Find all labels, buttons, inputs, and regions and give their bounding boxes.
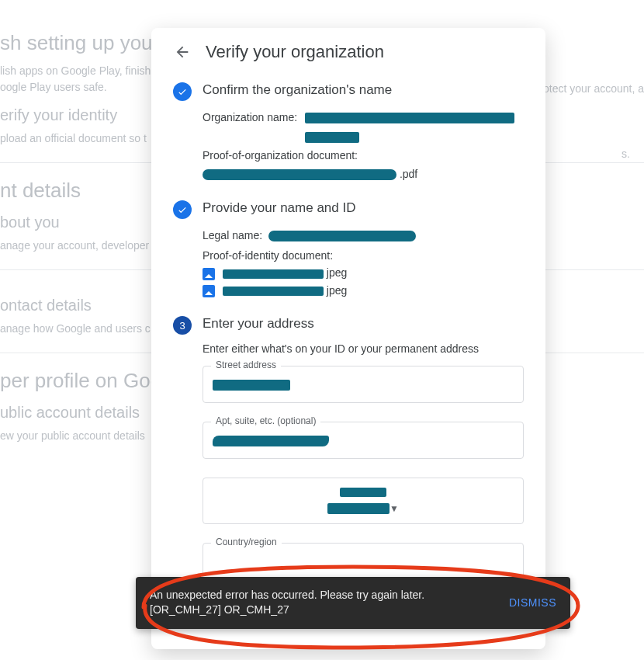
snackbar-message: An unexpected error has occurred. Please…: [150, 588, 424, 618]
region-value-line1: [340, 488, 386, 497]
file-ext: .pdf: [400, 168, 417, 180]
address-helper-text: Enter either what's on your ID or your p…: [203, 342, 524, 355]
dialog-title: Verify your organization: [206, 42, 384, 62]
step-address: 3 Enter your address Enter either what's…: [173, 316, 524, 580]
region-value-line2: [327, 503, 390, 514]
step-done-icon: [173, 82, 192, 101]
dismiss-button[interactable]: DISMISS: [509, 596, 556, 609]
step-name-id: Provide your name and ID Legal name: Pro…: [173, 200, 524, 300]
proof-id-file-1: jpeg: [203, 264, 524, 281]
snackbar-line2: [OR_CMH_27] OR_CMH_27: [150, 603, 424, 618]
image-file-icon: [203, 268, 215, 280]
country-field[interactable]: Country/region: [203, 543, 524, 580]
step-confirm-org: Confirm the organization's name Organiza…: [173, 82, 524, 183]
country-label: Country/region: [211, 537, 282, 547]
bg-text: s.: [621, 146, 630, 162]
file-ext: jpeg: [327, 284, 347, 297]
snackbar-line1: An unexpected error has occurred. Please…: [150, 588, 424, 603]
chevron-down-icon: ▼: [390, 503, 399, 514]
verify-organization-dialog: Verify your organization Confirm the org…: [151, 28, 545, 649]
bg-text: otect your account, a: [543, 81, 644, 97]
proof-id-label: Proof-of-identity document:: [203, 247, 524, 264]
dialog-header: Verify your organization: [173, 42, 524, 62]
apt-field[interactable]: Apt, suite, etc. (optional): [203, 422, 524, 459]
back-arrow-icon[interactable]: [173, 43, 192, 61]
apt-value: [213, 436, 329, 446]
step-title: Provide your name and ID: [203, 200, 524, 216]
proof-org-label: Proof-of-organization document:: [203, 147, 524, 164]
legal-name-label: Legal name:: [203, 229, 262, 241]
street-address-field[interactable]: Street address: [203, 366, 524, 403]
file-ext: jpeg: [327, 266, 347, 279]
street-address-value: [213, 380, 290, 391]
proof-id-file-2: jpeg: [203, 282, 524, 299]
step-title: Confirm the organization's name: [203, 82, 524, 98]
image-file-icon: [203, 285, 215, 297]
org-name-value: [305, 109, 514, 144]
region-select[interactable]: ▼: [203, 478, 524, 524]
street-address-label: Street address: [211, 360, 281, 370]
step-title: Enter your address: [203, 316, 524, 332]
step-number-badge: 3: [173, 316, 192, 335]
org-name-label: Organization name:: [203, 109, 297, 126]
apt-label: Apt, suite, etc. (optional): [211, 415, 320, 426]
error-snackbar: An unexpected error has occurred. Please…: [136, 577, 570, 629]
proof-org-file: .pdf: [203, 165, 524, 182]
step-done-icon: [173, 200, 192, 219]
legal-name-value: [268, 231, 416, 241]
